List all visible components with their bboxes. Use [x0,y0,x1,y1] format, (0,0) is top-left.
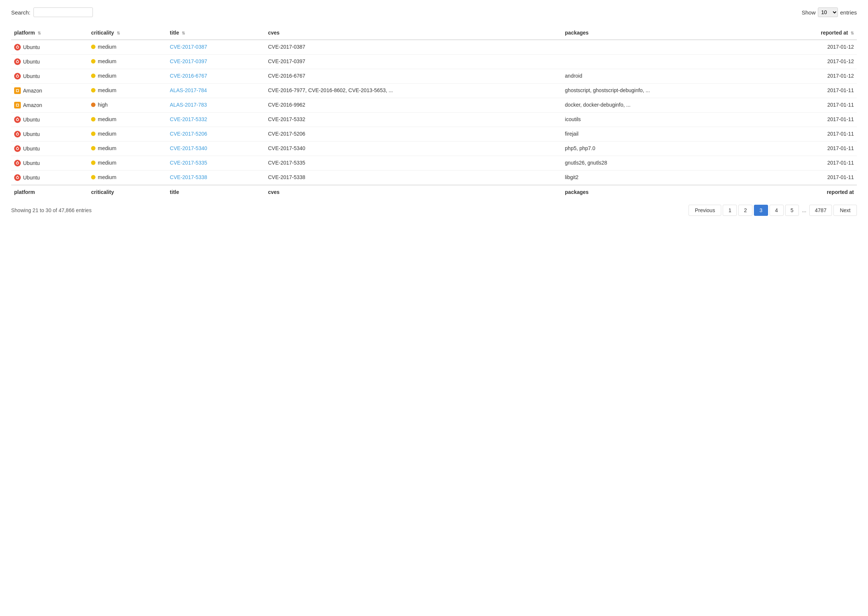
cell-title[interactable]: ALAS-2017-783 [167,98,265,113]
svg-point-15 [17,118,18,118]
platform-text: Amazon [23,88,42,94]
table-row: AmazonmediumALAS-2017-784CVE-2016-7977, … [11,83,857,98]
medium-dot [91,146,96,151]
cell-cves: CVE-2017-5206 [265,127,562,141]
col-platform[interactable]: platform ⇅ [11,26,88,40]
cell-packages: icoutils [562,113,768,127]
ubuntu-icon [14,58,21,65]
svg-point-2 [17,45,18,46]
cell-criticality: medium [88,127,167,141]
col-reported-at[interactable]: reported at ⇅ [769,26,857,40]
cell-title[interactable]: CVE-2017-5332 [167,113,265,127]
cell-reported-at: 2017-01-11 [769,156,857,171]
cell-reported-at: 2017-01-11 [769,113,857,127]
show-area: Show 10 25 50 100 entries [802,8,857,17]
cell-packages: firejail [562,127,768,141]
cell-cves: CVE-2017-0387 [265,40,562,55]
title-link[interactable]: CVE-2017-5340 [170,145,207,151]
medium-dot [91,132,96,136]
page-3-button[interactable]: 3 [754,205,768,216]
title-link[interactable]: CVE-2017-0397 [170,58,207,64]
footer-row: Showing 21 to 30 of 47,866 entries Previ… [11,205,857,216]
cell-reported-at: 2017-01-11 [769,127,857,141]
high-dot [91,102,96,107]
cell-platform: Amazon [11,83,88,98]
platform-text: Ubuntu [23,59,40,64]
table-row: AmazonhighALAS-2017-783CVE-2016-9962dock… [11,98,857,113]
foot-title: title [167,185,265,199]
title-link[interactable]: ALAS-2017-784 [170,87,207,93]
table-body: UbuntumediumCVE-2017-0387CVE-2017-038720… [11,40,857,185]
foot-platform: platform [11,185,88,199]
title-link[interactable]: CVE-2017-5332 [170,116,207,122]
platform-text: Ubuntu [23,131,40,137]
page-4-button[interactable]: 4 [769,205,784,216]
svg-point-18 [17,132,18,133]
cell-criticality: medium [88,171,167,185]
criticality-text: medium [98,73,116,79]
medium-dot [91,175,96,179]
title-link[interactable]: CVE-2017-5335 [170,160,207,166]
title-link[interactable]: CVE-2017-5338 [170,174,207,180]
cell-reported-at: 2017-01-11 [769,141,857,156]
previous-button[interactable]: Previous [689,205,721,216]
svg-rect-11 [15,103,20,107]
cell-cves: CVE-2016-9962 [265,98,562,113]
cell-platform: Ubuntu [11,40,88,55]
cell-criticality: medium [88,40,167,55]
cell-cves: CVE-2017-5338 [265,171,562,185]
ubuntu-icon [14,73,21,80]
col-cves: cves [265,26,562,40]
table-row: UbuntumediumCVE-2017-0387CVE-2017-038720… [11,40,857,55]
page-1-button[interactable]: 1 [723,205,737,216]
show-select[interactable]: 10 25 50 100 [818,8,838,17]
platform-text: Ubuntu [23,44,40,50]
col-criticality[interactable]: criticality ⇅ [88,26,167,40]
table-row: UbuntumediumCVE-2017-5332CVE-2017-5332ic… [11,113,857,127]
criticality-text: medium [98,87,116,93]
table-row: UbuntumediumCVE-2017-5335CVE-2017-5335gn… [11,156,857,171]
cell-title[interactable]: CVE-2017-5206 [167,127,265,141]
ubuntu-icon [14,174,21,181]
foot-criticality: criticality [88,185,167,199]
amazon-icon [14,87,21,94]
cell-title[interactable]: CVE-2017-5335 [167,156,265,171]
cell-title[interactable]: CVE-2017-5340 [167,141,265,156]
medium-dot [91,74,96,78]
cell-platform: Ubuntu [11,55,88,69]
page-last-button[interactable]: 4787 [809,205,832,216]
criticality-text: medium [98,44,116,50]
cell-packages: php5, php7.0 [562,141,768,156]
title-link[interactable]: CVE-2017-5206 [170,131,207,137]
page-5-button[interactable]: 5 [785,205,799,216]
col-title[interactable]: title ⇅ [167,26,265,40]
medium-dot [91,160,96,165]
cell-reported-at: 2017-01-11 [769,83,857,98]
medium-dot [91,45,96,49]
foot-cves: cves [265,185,562,199]
cell-title[interactable]: ALAS-2017-784 [167,83,265,98]
cell-cves: CVE-2016-7977, CVE-2016-8602, CVE-2013-5… [265,83,562,98]
cell-title[interactable]: CVE-2017-0397 [167,55,265,69]
svg-rect-9 [15,88,20,93]
next-button[interactable]: Next [833,205,857,216]
cell-reported-at: 2017-01-12 [769,40,857,55]
cell-title[interactable]: CVE-2017-5338 [167,171,265,185]
cell-platform: Ubuntu [11,141,88,156]
showing-text: Showing 21 to 30 of 47,866 entries [11,207,91,213]
cell-cves: CVE-2016-6767 [265,69,562,83]
svg-point-24 [17,161,18,162]
title-link[interactable]: CVE-2016-6767 [170,73,207,79]
title-link[interactable]: CVE-2017-0387 [170,44,207,50]
cell-reported-at: 2017-01-11 [769,171,857,185]
cell-packages: libgit2 [562,171,768,185]
cell-title[interactable]: CVE-2017-0387 [167,40,265,55]
medium-dot [91,117,96,121]
cell-title[interactable]: CVE-2016-6767 [167,69,265,83]
search-input[interactable] [33,8,93,17]
cell-cves: CVE-2017-5340 [265,141,562,156]
page-2-button[interactable]: 2 [738,205,752,216]
platform-text: Ubuntu [23,146,40,152]
title-link[interactable]: ALAS-2017-783 [170,102,207,108]
pagination-ellipsis: ... [800,205,808,215]
